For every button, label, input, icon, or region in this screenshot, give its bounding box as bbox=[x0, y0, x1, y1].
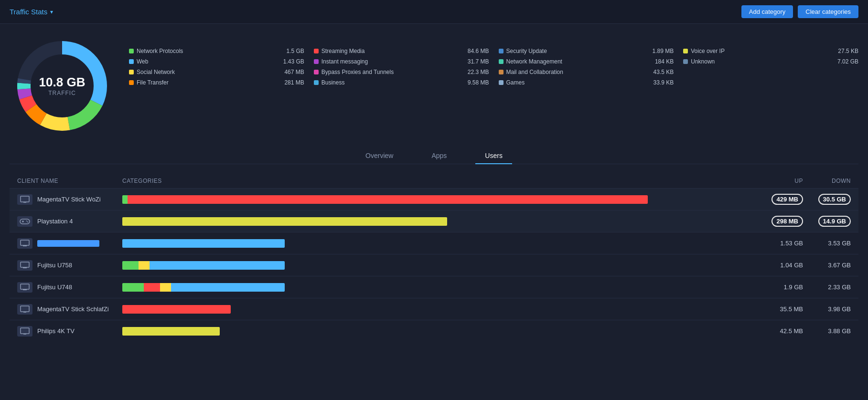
legend-color-dot bbox=[499, 59, 504, 64]
table-header: Client Name Categories Up Down bbox=[10, 174, 858, 188]
svg-rect-12 bbox=[20, 219, 30, 224]
legend-item-label: Business bbox=[321, 79, 461, 86]
traffic-bar bbox=[122, 305, 231, 314]
legend-color-dot bbox=[683, 49, 688, 53]
legend-item: Bypass Proxies and Tunnels 22.3 MB bbox=[314, 69, 489, 75]
legend-item-value: 33.9 KB bbox=[654, 79, 674, 86]
legend-column-1: Streaming Media 84.6 MB Instant messagin… bbox=[314, 48, 489, 86]
legend-item-label: Voice over IP bbox=[691, 48, 831, 54]
bar-segment bbox=[122, 195, 128, 204]
categories-cell bbox=[122, 283, 755, 292]
bar-segment bbox=[122, 217, 447, 226]
up-value: 429 MB bbox=[755, 194, 803, 205]
client-icon bbox=[17, 194, 32, 205]
client-cell: Fujitsu U748 bbox=[17, 282, 122, 293]
client-cell bbox=[17, 238, 122, 249]
legend-item-value: 7.02 GB bbox=[837, 58, 858, 65]
clear-categories-button[interactable]: Clear categories bbox=[798, 5, 858, 18]
tab-users[interactable]: Users bbox=[475, 148, 512, 164]
categories-cell bbox=[122, 239, 755, 248]
client-name: Fujitsu U758 bbox=[37, 262, 72, 269]
down-value: 3.67 GB bbox=[803, 262, 851, 269]
legend-item-label: Games bbox=[506, 79, 647, 86]
legend-color-dot bbox=[129, 49, 134, 53]
client-name: Fujitsu U748 bbox=[37, 284, 72, 291]
donut-value: 10.8 GB bbox=[39, 75, 86, 90]
client-name-placeholder bbox=[37, 240, 99, 247]
svg-rect-21 bbox=[21, 284, 29, 289]
tab-overview[interactable]: Overview bbox=[356, 148, 403, 164]
client-icon bbox=[17, 326, 32, 337]
app-title: Traffic Stats bbox=[10, 8, 47, 16]
table-row: Philips 4K TV42.5 MB3.88 GB bbox=[10, 320, 858, 342]
svg-rect-26 bbox=[21, 328, 29, 334]
svg-point-15 bbox=[26, 221, 27, 221]
legend-item: Streaming Media 84.6 MB bbox=[314, 48, 489, 54]
up-value: 42.5 MB bbox=[755, 327, 803, 335]
down-value: 14.9 GB bbox=[803, 216, 851, 227]
traffic-bar bbox=[122, 195, 648, 204]
legend-item-value: 84.6 MB bbox=[468, 48, 489, 54]
down-value: 2.33 GB bbox=[803, 284, 851, 291]
svg-rect-18 bbox=[23, 245, 27, 246]
bar-segment bbox=[122, 261, 139, 270]
client-cell: Philips 4K TV bbox=[17, 326, 122, 337]
client-cell: MagentaTV Stick SchlafZi bbox=[17, 304, 122, 315]
main-content: 10.8 GB TRAFFIC Network Protocols 1.5 GB… bbox=[0, 24, 868, 351]
legend-item-label: Unknown bbox=[691, 58, 831, 65]
table-row: MagentaTV Stick SchlafZi35.5 MB3.98 GB bbox=[10, 298, 858, 320]
col-header-categories: Categories bbox=[122, 178, 755, 184]
traffic-bar bbox=[122, 327, 220, 336]
svg-point-16 bbox=[27, 221, 28, 222]
bar-segment bbox=[122, 327, 220, 336]
traffic-bar bbox=[122, 283, 285, 292]
legend-item-value: 281 MB bbox=[284, 79, 304, 86]
traffic-bar bbox=[122, 217, 447, 226]
legend-color-dot bbox=[129, 59, 134, 64]
categories-cell bbox=[122, 305, 755, 314]
legend-item: Web 1.43 GB bbox=[129, 58, 304, 65]
legend-item-label: Network Management bbox=[506, 58, 648, 65]
add-category-button[interactable]: Add category bbox=[741, 5, 793, 18]
client-cell: Fujitsu U758 bbox=[17, 260, 122, 271]
client-icon bbox=[17, 216, 32, 227]
table-row: Fujitsu U7581.04 GB3.67 GB bbox=[10, 254, 858, 276]
bar-segment bbox=[139, 261, 150, 270]
legend-color-dot bbox=[129, 70, 134, 74]
legend-column-3: Voice over IP 27.5 KB Unknown 7.02 GB bbox=[683, 48, 858, 86]
tabs-row: OverviewAppsUsers bbox=[10, 148, 858, 164]
legend: Network Protocols 1.5 GB Web 1.43 GB Soc… bbox=[129, 33, 858, 86]
chevron-down-icon[interactable]: ▾ bbox=[50, 9, 53, 15]
up-value: 298 MB bbox=[755, 216, 803, 227]
top-section: 10.8 GB TRAFFIC Network Protocols 1.5 GB… bbox=[10, 33, 858, 138]
bar-segment bbox=[122, 283, 144, 292]
legend-item: Network Protocols 1.5 GB bbox=[129, 48, 304, 54]
legend-item-label: Network Protocols bbox=[137, 48, 279, 54]
client-icon bbox=[17, 238, 32, 249]
legend-item: File Transfer 281 MB bbox=[129, 79, 304, 86]
bar-segment bbox=[160, 283, 171, 292]
client-icon bbox=[17, 260, 32, 271]
tab-apps[interactable]: Apps bbox=[422, 148, 456, 164]
legend-item: Voice over IP 27.5 KB bbox=[683, 48, 858, 54]
categories-cell bbox=[122, 217, 755, 226]
legend-item-value: 43.5 KB bbox=[654, 69, 674, 75]
up-value: 1.9 GB bbox=[755, 284, 803, 291]
legend-color-dot bbox=[499, 80, 504, 85]
bar-segment bbox=[122, 305, 231, 314]
legend-column-2: Security Update 1.89 MB Network Manageme… bbox=[499, 48, 674, 86]
svg-rect-20 bbox=[23, 267, 27, 268]
legend-item: Instant messaging 31.7 MB bbox=[314, 58, 489, 65]
legend-item: Business 9.58 MB bbox=[314, 79, 489, 86]
client-name: MagentaTV Stick SchlafZi bbox=[37, 305, 109, 313]
legend-color-dot bbox=[683, 59, 688, 64]
legend-color-dot bbox=[129, 80, 134, 85]
down-value: 3.98 GB bbox=[803, 305, 851, 313]
legend-item-label: Social Network bbox=[137, 69, 278, 75]
down-value: 3.88 GB bbox=[803, 327, 851, 335]
legend-item: Security Update 1.89 MB bbox=[499, 48, 674, 54]
header-buttons: Add category Clear categories bbox=[741, 5, 858, 18]
bar-segment bbox=[144, 283, 160, 292]
up-value: 35.5 MB bbox=[755, 305, 803, 313]
client-name: Philips 4K TV bbox=[37, 327, 75, 335]
